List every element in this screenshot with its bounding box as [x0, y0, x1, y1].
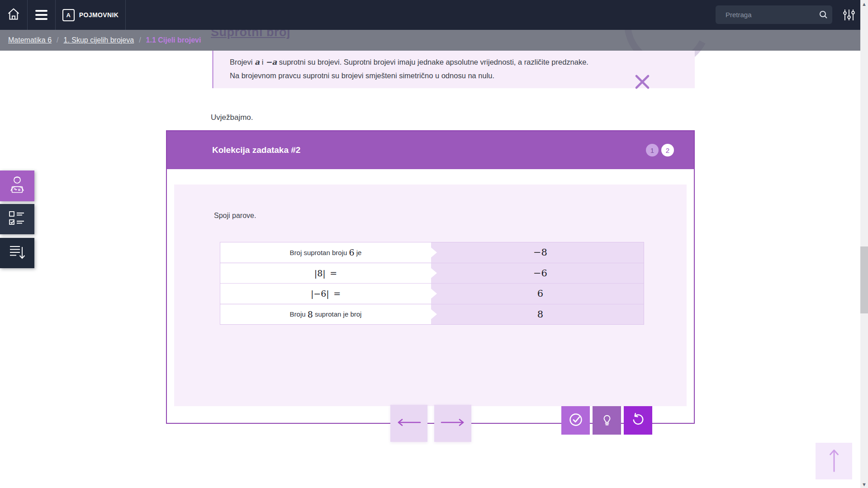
prompt-math: |8| =	[314, 268, 337, 278]
prompt-text: Broju	[290, 310, 308, 318]
exercise-panel: Spoji parove. Broj suprotan broju 6 je −…	[174, 185, 687, 406]
scrollbar-down-icon[interactable]: ▼︎	[860, 480, 868, 488]
search-icon[interactable]	[819, 10, 828, 19]
sidebar-item-tasks[interactable]	[0, 204, 34, 234]
definition-box: Brojevi a i −a suprotni su brojevi. Supr…	[212, 51, 695, 88]
exercise-pager: 1 2	[646, 144, 674, 156]
definition-text: suprotni su brojevi. Suprotni brojevi im…	[277, 58, 588, 66]
hamburger-icon	[35, 10, 47, 20]
prompt-text: Broj suprotan broju	[290, 249, 349, 256]
check-circle-icon	[567, 411, 584, 430]
next-exercise-button[interactable]	[434, 405, 471, 442]
collection-title: Kolekcija zadataka #2	[212, 131, 300, 169]
pair-right-answer[interactable]: 8	[437, 304, 644, 325]
pair-left-prompt: |8| =	[220, 263, 437, 284]
scroll-to-top-button[interactable]	[816, 443, 852, 479]
home-icon	[7, 7, 20, 23]
exercise-card-header: Kolekcija zadataka #2 1 2	[167, 131, 694, 169]
pager-dot-1[interactable]: 1	[646, 144, 659, 156]
lightbulb-icon	[598, 411, 616, 430]
navbar-divider	[125, 0, 126, 30]
breadcrumb-separator: /	[134, 36, 146, 44]
hint-button[interactable]	[593, 406, 621, 435]
breadcrumb-link-unit[interactable]: 1. Skup cijelih brojeva	[64, 36, 134, 44]
pair-row: |8| = −6	[220, 263, 644, 284]
pair-left-prompt: Broju 8 suprotan je broj	[220, 304, 437, 325]
page-scrollbar: ▲︎ ▼︎	[860, 0, 868, 488]
prompt-math: |−6| =	[311, 289, 341, 298]
math-var-a: a	[255, 57, 260, 66]
check-answer-button[interactable]	[561, 406, 590, 435]
glossary-label: POJMOVNIK	[79, 11, 119, 19]
arrow-up-icon	[829, 449, 840, 474]
pair-row: |−6| = 6	[220, 284, 644, 304]
matching-table: Broj suprotan broju 6 je −8 |8| = −6 |−6…	[220, 242, 644, 325]
glossary-a-icon: A	[62, 9, 75, 21]
pair-left-prompt: Broj suprotan broju 6 je	[220, 242, 437, 263]
teacher-avatar-icon	[7, 175, 27, 197]
breadcrumb-link-subject[interactable]: Matematika 6	[8, 36, 52, 44]
scrollbar-up-icon[interactable]: ▲︎	[860, 0, 868, 8]
checklist-icon	[8, 210, 26, 228]
prompt-text: je	[355, 249, 362, 256]
pager-dot-2[interactable]: 2	[661, 144, 674, 156]
settings-sliders-icon[interactable]	[842, 8, 856, 22]
breadcrumb: Matematika 6 / 1. Skup cijelih brojeva /…	[0, 30, 860, 51]
scrollbar-thumb[interactable]	[860, 246, 868, 313]
exercise-instruction: Spoji parove.	[214, 212, 256, 220]
definition-text: i	[260, 58, 266, 66]
pair-row: Broju 8 suprotan je broj 8	[220, 304, 644, 325]
page: Suprotni broj Brojevi a i −a suprotni su…	[0, 0, 868, 488]
practice-intro: Uvježbajmo.	[211, 113, 253, 122]
prompt-math: 6	[349, 247, 354, 257]
reset-icon	[630, 411, 647, 430]
previous-exercise-button[interactable]	[390, 405, 427, 442]
search-input[interactable]	[716, 11, 819, 19]
math-var-neg-a: −a	[266, 57, 277, 66]
list-down-icon	[8, 244, 26, 263]
pair-left-prompt: |−6| =	[220, 284, 437, 304]
pair-right-answer[interactable]: −6	[437, 263, 644, 284]
breadcrumb-current: 1.1 Cijeli brojevi	[146, 36, 201, 44]
sidebar-item-tutor[interactable]	[0, 171, 34, 201]
pair-row: Broj suprotan broju 6 je −8	[220, 242, 644, 263]
exercise-card: Kolekcija zadataka #2 1 2 Spoji parove. …	[166, 130, 695, 424]
breadcrumb-separator: /	[52, 36, 63, 44]
prompt-text: suprotan je broj	[313, 310, 362, 318]
pair-right-answer[interactable]: 6	[437, 284, 644, 304]
close-icon[interactable]	[634, 74, 650, 90]
menu-button[interactable]	[28, 0, 55, 30]
definition-line-2: Na brojevnom pravcu suprotni su brojevi …	[230, 69, 695, 82]
arrow-right-icon	[440, 418, 465, 428]
pair-right-answer[interactable]: −8	[437, 242, 644, 263]
prompt-math: 8	[308, 309, 313, 319]
action-buttons	[561, 406, 652, 435]
home-button[interactable]	[0, 0, 27, 30]
arrow-left-icon	[396, 418, 422, 428]
reset-button[interactable]	[624, 406, 652, 435]
definition-line-1: Brojevi a i −a suprotni su brojevi. Supr…	[230, 55, 695, 69]
glossary-button[interactable]: A POJMOVNIK	[56, 0, 125, 30]
sidebar-item-summary[interactable]	[0, 238, 34, 268]
definition-text: Brojevi	[230, 58, 255, 66]
search-box	[716, 5, 832, 24]
top-navbar: A POJMOVNIK	[0, 0, 860, 30]
